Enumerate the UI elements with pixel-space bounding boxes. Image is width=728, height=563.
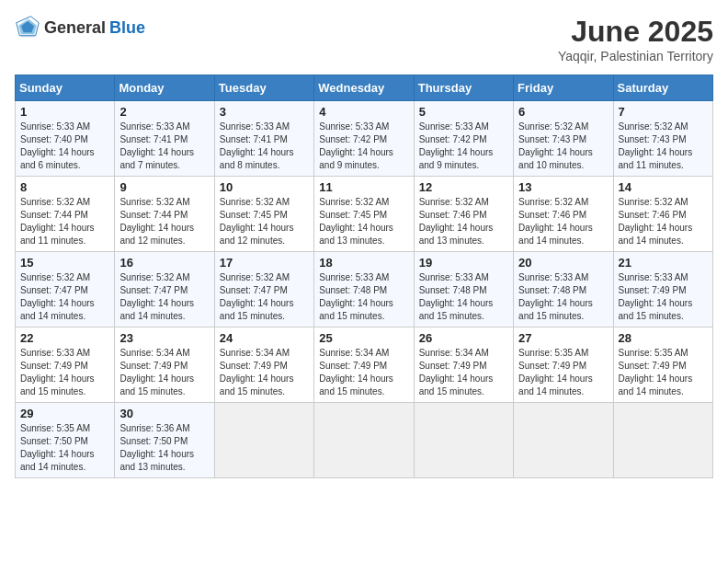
day-number: 20 — [518, 256, 608, 270]
day-number: 21 — [619, 256, 708, 270]
weekday-header-wednesday: Wednesday — [314, 75, 414, 101]
calendar-week-row: 1Sunrise: 5:33 AMSunset: 7:40 PMDaylight… — [16, 101, 713, 177]
day-info: Sunrise: 5:35 AMSunset: 7:49 PMDaylight:… — [619, 347, 708, 398]
calendar-cell: 12Sunrise: 5:32 AMSunset: 7:46 PMDayligh… — [414, 177, 513, 252]
calendar-cell: 14Sunrise: 5:32 AMSunset: 7:46 PMDayligh… — [613, 177, 712, 252]
day-number: 22 — [20, 331, 109, 345]
calendar-cell: 3Sunrise: 5:33 AMSunset: 7:41 PMDaylight… — [214, 101, 313, 177]
day-number: 25 — [319, 331, 408, 345]
calendar-cell: 26Sunrise: 5:34 AMSunset: 7:49 PMDayligh… — [414, 327, 513, 403]
day-number: 10 — [220, 180, 309, 194]
day-number: 19 — [419, 256, 508, 270]
day-info: Sunrise: 5:33 AMSunset: 7:48 PMDaylight:… — [419, 271, 508, 323]
day-info: Sunrise: 5:32 AMSunset: 7:44 PMDaylight:… — [20, 196, 109, 247]
day-info: Sunrise: 5:33 AMSunset: 7:41 PMDaylight:… — [119, 121, 209, 172]
calendar-cell: 8Sunrise: 5:32 AMSunset: 7:44 PMDaylight… — [16, 177, 115, 252]
day-number: 3 — [220, 105, 309, 119]
calendar-cell: 27Sunrise: 5:35 AMSunset: 7:49 PMDayligh… — [514, 327, 613, 403]
calendar-cell: 30Sunrise: 5:36 AMSunset: 7:50 PMDayligh… — [115, 403, 214, 478]
day-info: Sunrise: 5:34 AMSunset: 7:49 PMDaylight:… — [319, 347, 408, 398]
day-number: 4 — [319, 105, 408, 119]
day-number: 29 — [20, 407, 109, 420]
day-info: Sunrise: 5:34 AMSunset: 7:49 PMDaylight:… — [119, 347, 209, 398]
calendar-cell: 28Sunrise: 5:35 AMSunset: 7:49 PMDayligh… — [613, 327, 712, 403]
day-number: 27 — [518, 331, 608, 345]
calendar-cell: 11Sunrise: 5:32 AMSunset: 7:45 PMDayligh… — [314, 177, 414, 252]
calendar-cell: 18Sunrise: 5:33 AMSunset: 7:48 PMDayligh… — [314, 252, 414, 327]
calendar-cell: 5Sunrise: 5:33 AMSunset: 7:42 PMDaylight… — [414, 101, 513, 177]
day-info: Sunrise: 5:36 AMSunset: 7:50 PMDaylight:… — [119, 422, 209, 474]
day-number: 9 — [119, 180, 209, 194]
day-number: 6 — [518, 105, 608, 119]
calendar-cell — [613, 403, 712, 478]
day-number: 16 — [119, 256, 209, 270]
day-number: 15 — [20, 256, 109, 270]
day-number: 28 — [619, 331, 708, 345]
calendar-cell: 15Sunrise: 5:32 AMSunset: 7:47 PMDayligh… — [16, 252, 115, 327]
day-info: Sunrise: 5:32 AMSunset: 7:47 PMDaylight:… — [20, 271, 109, 323]
header: General Blue June 2025 Yaqqir, Palestini… — [15, 15, 713, 63]
day-number: 18 — [319, 256, 408, 270]
day-info: Sunrise: 5:33 AMSunset: 7:49 PMDaylight:… — [20, 347, 109, 398]
title-area: June 2025 Yaqqir, Palestinian Territory — [558, 15, 713, 63]
calendar-cell: 6Sunrise: 5:32 AMSunset: 7:43 PMDaylight… — [514, 101, 613, 177]
day-number: 11 — [319, 180, 408, 194]
day-info: Sunrise: 5:32 AMSunset: 7:47 PMDaylight:… — [220, 271, 309, 323]
calendar-cell: 1Sunrise: 5:33 AMSunset: 7:40 PMDaylight… — [16, 101, 115, 177]
day-info: Sunrise: 5:33 AMSunset: 7:48 PMDaylight:… — [518, 271, 608, 323]
day-number: 14 — [619, 180, 708, 194]
day-number: 24 — [220, 331, 309, 345]
day-info: Sunrise: 5:34 AMSunset: 7:49 PMDaylight:… — [419, 347, 508, 398]
calendar-cell: 16Sunrise: 5:32 AMSunset: 7:47 PMDayligh… — [115, 252, 214, 327]
day-number: 13 — [518, 180, 608, 194]
logo-blue-text: Blue — [109, 18, 145, 38]
calendar-cell: 23Sunrise: 5:34 AMSunset: 7:49 PMDayligh… — [115, 327, 214, 403]
calendar-week-row: 22Sunrise: 5:33 AMSunset: 7:49 PMDayligh… — [16, 327, 713, 403]
calendar-cell: 19Sunrise: 5:33 AMSunset: 7:48 PMDayligh… — [414, 252, 513, 327]
day-number: 8 — [20, 180, 109, 194]
day-number: 23 — [119, 331, 209, 345]
day-info: Sunrise: 5:33 AMSunset: 7:42 PMDaylight:… — [319, 121, 408, 172]
logo-general-text: General — [44, 18, 106, 38]
calendar-cell: 17Sunrise: 5:32 AMSunset: 7:47 PMDayligh… — [214, 252, 313, 327]
calendar-cell: 9Sunrise: 5:32 AMSunset: 7:44 PMDaylight… — [115, 177, 214, 252]
calendar-cell: 7Sunrise: 5:32 AMSunset: 7:43 PMDaylight… — [613, 101, 712, 177]
calendar-cell: 29Sunrise: 5:35 AMSunset: 7:50 PMDayligh… — [16, 403, 115, 478]
weekday-header-monday: Monday — [115, 75, 214, 101]
day-info: Sunrise: 5:34 AMSunset: 7:49 PMDaylight:… — [220, 347, 309, 398]
day-number: 26 — [419, 331, 508, 345]
calendar-cell: 22Sunrise: 5:33 AMSunset: 7:49 PMDayligh… — [16, 327, 115, 403]
day-info: Sunrise: 5:32 AMSunset: 7:46 PMDaylight:… — [518, 196, 608, 247]
calendar-cell — [214, 403, 313, 478]
weekday-header-friday: Friday — [514, 75, 613, 101]
header-row: SundayMondayTuesdayWednesdayThursdayFrid… — [16, 75, 713, 101]
day-number: 12 — [419, 180, 508, 194]
day-number: 7 — [619, 105, 708, 119]
weekday-header-thursday: Thursday — [414, 75, 513, 101]
day-info: Sunrise: 5:35 AMSunset: 7:50 PMDaylight:… — [20, 422, 109, 474]
calendar-week-row: 8Sunrise: 5:32 AMSunset: 7:44 PMDaylight… — [16, 177, 713, 252]
day-info: Sunrise: 5:33 AMSunset: 7:48 PMDaylight:… — [319, 271, 408, 323]
day-info: Sunrise: 5:32 AMSunset: 7:44 PMDaylight:… — [119, 196, 209, 247]
day-info: Sunrise: 5:32 AMSunset: 7:47 PMDaylight:… — [119, 271, 209, 323]
generalblue-icon — [15, 15, 40, 40]
calendar-cell: 20Sunrise: 5:33 AMSunset: 7:48 PMDayligh… — [514, 252, 613, 327]
day-number: 30 — [119, 407, 209, 420]
day-info: Sunrise: 5:32 AMSunset: 7:46 PMDaylight:… — [419, 196, 508, 247]
logo: General Blue — [15, 15, 145, 40]
day-info: Sunrise: 5:32 AMSunset: 7:45 PMDaylight:… — [319, 196, 408, 247]
calendar-cell: 25Sunrise: 5:34 AMSunset: 7:49 PMDayligh… — [314, 327, 414, 403]
calendar-cell: 2Sunrise: 5:33 AMSunset: 7:41 PMDaylight… — [115, 101, 214, 177]
day-info: Sunrise: 5:33 AMSunset: 7:41 PMDaylight:… — [220, 121, 309, 172]
day-info: Sunrise: 5:33 AMSunset: 7:40 PMDaylight:… — [20, 121, 109, 172]
calendar-cell: 4Sunrise: 5:33 AMSunset: 7:42 PMDaylight… — [314, 101, 414, 177]
day-info: Sunrise: 5:32 AMSunset: 7:43 PMDaylight:… — [518, 121, 608, 172]
weekday-header-sunday: Sunday — [16, 75, 115, 101]
calendar-cell — [314, 403, 414, 478]
weekday-header-tuesday: Tuesday — [214, 75, 313, 101]
calendar-cell — [514, 403, 613, 478]
main-title: June 2025 — [558, 15, 713, 49]
calendar-cell: 10Sunrise: 5:32 AMSunset: 7:45 PMDayligh… — [214, 177, 313, 252]
calendar-cell — [414, 403, 513, 478]
calendar-cell: 13Sunrise: 5:32 AMSunset: 7:46 PMDayligh… — [514, 177, 613, 252]
